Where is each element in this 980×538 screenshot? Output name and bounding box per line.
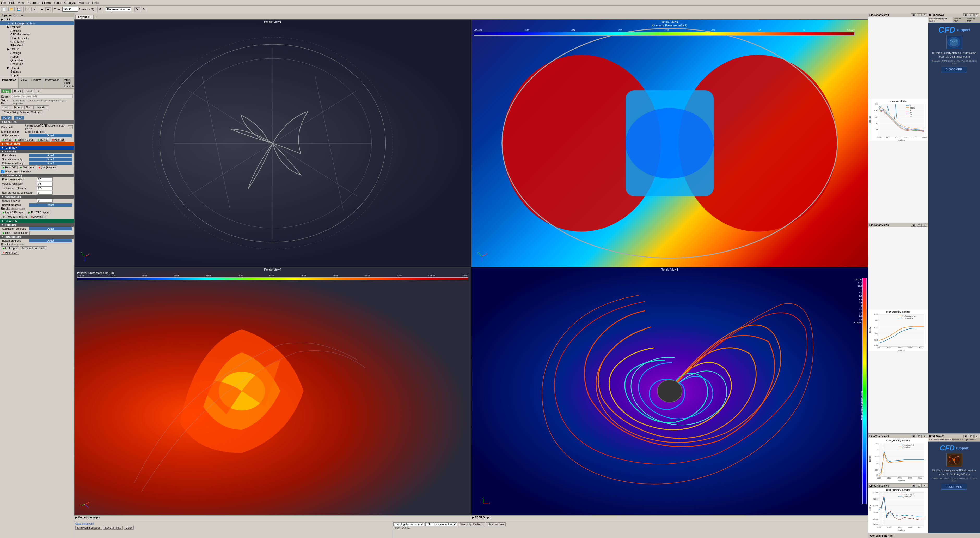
toolbar-stop-btn[interactable]: ⏹	[45, 7, 51, 11]
viewport1[interactable]: RenderView1	[74, 19, 471, 267]
tree-cfd-mesh[interactable]: CFD Mesh	[0, 40, 74, 43]
tree-tfea-report[interactable]: Report	[0, 73, 74, 77]
nonortho-input[interactable]	[37, 191, 52, 195]
write-clean-btn[interactable]: ▶Write + Clean	[14, 138, 35, 142]
toolbar-play-btn[interactable]: ▶	[40, 7, 44, 11]
tab-display[interactable]: Display	[29, 78, 43, 88]
tree-tcfd-quantities[interactable]: Quantities	[0, 58, 74, 62]
chart4-btn3[interactable]: ✕	[922, 484, 927, 487]
save-to-file-btn[interactable]: Save to File...	[103, 526, 123, 530]
apply-btn[interactable]: Apply	[1, 89, 11, 93]
chart3-btn1[interactable]: ▣	[911, 224, 916, 227]
toolbar-undo-btn[interactable]: ↩	[25, 7, 30, 11]
html3-tab3[interactable]: Open as PDF	[966, 17, 980, 23]
viewport3[interactable]: RenderView4 Principal Stress Magnitude (…	[74, 267, 471, 515]
representation-select[interactable]: Representation	[106, 7, 131, 11]
toolbar-redo-btn[interactable]: ↪	[31, 7, 36, 11]
update-interval-input[interactable]	[37, 199, 52, 203]
turbulence-relax-input[interactable]	[37, 186, 52, 190]
menu-catalyst[interactable]: Catalyst	[64, 1, 76, 5]
show-fea-btn[interactable]: 👁Show FEA results	[20, 246, 47, 250]
velocity-relax-input[interactable]	[37, 182, 52, 186]
abort-all-btn[interactable]: ■Abort all	[51, 138, 65, 142]
module-tcfd[interactable]: TCFD	[1, 116, 12, 120]
menu-tools[interactable]: Tools	[54, 1, 61, 5]
chart3-btn3[interactable]: ✕	[922, 224, 927, 227]
tree-fea-mesh[interactable]: FEA Mesh	[0, 43, 74, 47]
html2-btn2[interactable]: ◱	[969, 435, 974, 438]
menu-help[interactable]: Help	[92, 1, 99, 5]
tcae-processor-select[interactable]: CAE Processor output	[425, 522, 457, 526]
tree-tfea1[interactable]: ▶ TFEA1	[0, 66, 74, 70]
chart2-btn2[interactable]: ◱	[917, 435, 922, 438]
tree-cfd-geo[interactable]: CFD Geometry	[0, 33, 74, 36]
html2-btn1[interactable]: ▣	[963, 435, 968, 438]
tfea-section-bar[interactable]: ▼ TFEA RUN	[0, 219, 74, 223]
tmesh-section-bar[interactable]: ▼ TMESH RUN	[0, 142, 74, 146]
tcae-file-select[interactable]: centrifugal-pump.tcae	[393, 522, 424, 526]
html3-btn2[interactable]: ◱	[969, 13, 974, 16]
tree-tcfd1[interactable]: ▶ TCFD1	[0, 47, 74, 51]
tree-tfea-settings[interactable]: Settings	[0, 70, 74, 73]
toolbar-open-btn[interactable]: 📂	[8, 7, 14, 11]
check-modules-btn[interactable]: Check Setup Activated Modules	[2, 110, 43, 115]
chart1-btn3[interactable]: ✕	[922, 13, 927, 16]
toolbar-interact-btn[interactable]: 🖱	[135, 7, 140, 11]
chart3-btn2[interactable]: ◱	[917, 224, 922, 227]
general-section-bar[interactable]: ▼ GENERAL	[0, 120, 74, 124]
toolbar-reset-btn[interactable]: ↺	[97, 7, 102, 11]
chart1-btn2[interactable]: ◱	[917, 13, 922, 16]
case-setup-link[interactable]: Case setup OK!	[75, 522, 94, 525]
time-input[interactable]	[62, 7, 78, 12]
tree-tmesh1[interactable]: ▶ TMESH1	[0, 25, 74, 29]
full-cfd-btn[interactable]: ▶Full CFD report	[27, 211, 50, 214]
html2-discover-btn[interactable]: DISCOVER	[941, 484, 967, 490]
menu-view[interactable]: View	[18, 1, 24, 5]
html3-discover-btn[interactable]: DISCOVER	[941, 67, 967, 72]
menu-file[interactable]: File	[1, 1, 6, 5]
fea-report-btn[interactable]: ▶FEA report	[1, 246, 19, 250]
html2-tab1[interactable]: TFEA steady-state report ▾	[928, 438, 951, 441]
html3-tab2[interactable]: Save as PDF	[953, 17, 966, 23]
tree-cfd-geom[interactable]: Settings	[0, 29, 74, 33]
html2-btn3[interactable]: ✕	[974, 435, 979, 438]
tab-view[interactable]: View	[19, 78, 29, 88]
html3-btn3[interactable]: ✕	[974, 13, 979, 16]
toolbar-save-btn[interactable]: 💾	[16, 7, 22, 11]
clear-btn[interactable]: Clear	[124, 526, 134, 530]
general-settings-bar[interactable]: General Settings	[869, 533, 980, 538]
run-cfd-btn[interactable]: ▶Run CFD	[1, 165, 18, 169]
reset-btn[interactable]: Reset	[12, 89, 23, 93]
fea-postproc-bar[interactable]: ▼Postprocessing	[0, 235, 74, 239]
menu-filters[interactable]: Filters	[42, 1, 51, 5]
html2-tab3[interactable]: Open as PDF	[964, 438, 977, 441]
load-btn[interactable]: Load...	[1, 105, 12, 109]
save-as-btn[interactable]: Save As...	[34, 105, 49, 109]
search-input[interactable]	[11, 94, 73, 98]
delete-btn[interactable]: Delete	[24, 89, 35, 93]
show-full-messages-btn[interactable]: Show full messages	[75, 526, 102, 530]
fea-processing-bar[interactable]: ▼Processing	[0, 223, 74, 227]
toolbar-settings-btn[interactable]: ⚙	[141, 7, 146, 11]
tree-centrifugal[interactable]: 👁 centrifugal-pump.tcae	[0, 21, 74, 25]
menu-macros[interactable]: Macros	[79, 1, 89, 5]
save-btn[interactable]: Save	[24, 105, 33, 109]
run-fea-btn[interactable]: ▶Run FEA simulation	[1, 231, 30, 235]
workpath-btn[interactable]: …	[67, 126, 73, 129]
chart1-btn1[interactable]: ▣	[911, 13, 916, 16]
run-all-btn[interactable]: ▶Run all	[36, 138, 50, 142]
module-tfea[interactable]: TFEA	[14, 116, 24, 120]
pressure-relax-input[interactable]	[37, 177, 52, 181]
abort-cfd-btn[interactable]: ✕Abort CFD	[29, 215, 47, 219]
abort-fea-btn[interactable]: ✕Abort FEA	[1, 251, 19, 255]
html3-btn1[interactable]: ▣	[963, 13, 968, 16]
quit-write-btn[interactable]: ■Quit (+ write)	[37, 165, 57, 169]
tab-layout1[interactable]: Layout #1	[75, 14, 94, 19]
tab-multiblock[interactable]: Multi-block Inspector	[62, 78, 74, 88]
clean-window-btn[interactable]: Clean window	[486, 522, 506, 526]
menu-sources[interactable]: Sources	[28, 1, 39, 5]
html3-tab1[interactable]: Steady-state report (left) ▾	[928, 17, 953, 23]
chart4-btn1[interactable]: ▣	[911, 484, 916, 487]
reload-btn[interactable]: Reload	[13, 105, 24, 109]
tree-tcfd-report[interactable]: Report	[0, 55, 74, 58]
